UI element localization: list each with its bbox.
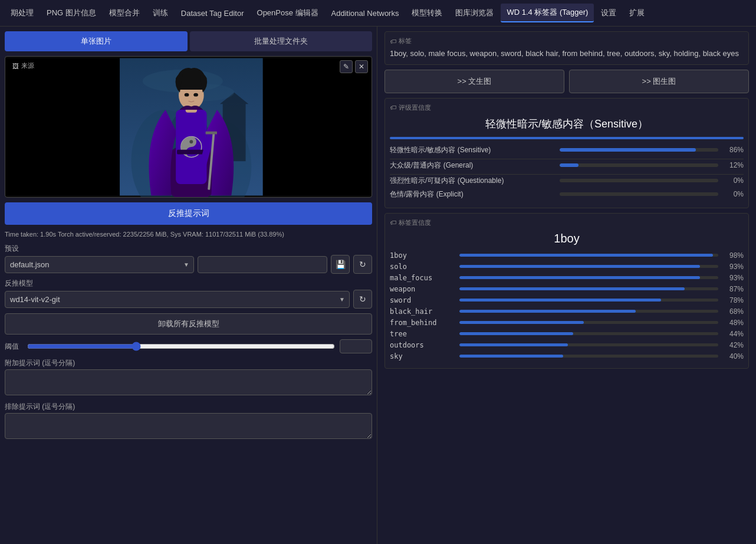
tag-name: 1boy <box>390 251 455 260</box>
preset-label: 预设 <box>5 244 372 254</box>
nav-item-扩展[interactable]: 扩展 <box>623 4 650 22</box>
nav-item-WD_1.4_标签器_(Tagger)[interactable]: WD 1.4 标签器 (Tagger) <box>501 4 594 22</box>
threshold-value-input[interactable]: 0.35 <box>340 339 372 353</box>
image-label: 🖼 来源 <box>9 60 38 71</box>
rating-bar-row: 强烈性暗示/可疑内容 (Questionable)0% <box>390 176 744 186</box>
nav-item-期处理[interactable]: 期处理 <box>5 4 40 22</box>
text-gen-btn[interactable]: >> 文生图 <box>384 70 564 93</box>
tab-row: 单张图片 批量处理文件夹 <box>5 31 372 51</box>
preset-text-input[interactable] <box>198 256 327 273</box>
tag-pct: 42% <box>723 341 744 349</box>
rating-title: 轻微性暗示/敏感内容（Sensitive） <box>390 117 744 131</box>
tag-name: black_hair <box>390 307 455 316</box>
tag-bar-row: black_hair68% <box>390 307 744 316</box>
preset-select[interactable]: default.json <box>5 256 194 273</box>
anime-figure <box>5 57 372 197</box>
tags-conf-header: 🏷 标签置信度 <box>390 218 744 227</box>
rating-top-bar <box>390 137 744 139</box>
tag-pct: 78% <box>723 296 744 304</box>
threshold-section: 阈值 0.35 <box>5 339 372 353</box>
tag-pct: 40% <box>723 352 744 361</box>
tag-bar-row: sky40% <box>390 352 744 361</box>
rating-bar-row: 轻微性暗示/敏感内容 (Sensitive)86% <box>390 145 744 155</box>
threshold-row: 阈值 0.35 <box>5 339 372 353</box>
right-panel: 🏷 标签 1boy, solo, male focus, weapon, swo… <box>377 27 756 544</box>
tag-pct: 93% <box>723 263 744 271</box>
rating-track <box>560 192 718 196</box>
nav-item-训练[interactable]: 训练 <box>147 4 174 22</box>
rating-pct: 0% <box>723 190 744 198</box>
rating-fill <box>560 148 696 152</box>
tag-track <box>459 332 718 335</box>
tag-track <box>459 299 718 302</box>
tab-batch-folder[interactable]: 批量处理文件夹 <box>190 31 373 51</box>
rating-fill <box>560 163 578 167</box>
tag-bar-row: outdoors42% <box>390 341 744 349</box>
tag-name: sky <box>390 352 455 361</box>
tags-text: 1boy, solo, male focus, weapon, sword, b… <box>390 48 744 60</box>
tab-single-image[interactable]: 单张图片 <box>5 31 188 51</box>
tag-track <box>459 276 718 279</box>
image-label-text: 来源 <box>21 61 34 70</box>
tag-bar-row: weapon87% <box>390 285 744 293</box>
svg-rect-1 <box>263 58 372 196</box>
svg-rect-17 <box>177 150 206 155</box>
tag-name: weapon <box>390 285 455 293</box>
svg-point-13 <box>189 140 193 143</box>
tag-fill <box>459 265 700 268</box>
tag-bar-row: solo93% <box>390 263 744 271</box>
tag-track <box>459 254 718 257</box>
nav-item-OpenPose_编辑器[interactable]: OpenPose 编辑器 <box>251 4 324 22</box>
image-container: 🖼 来源 ✎ ✕ <box>5 56 372 198</box>
nav-item-模型合并[interactable]: 模型合并 <box>103 4 146 22</box>
tag-name: outdoors <box>390 341 455 349</box>
tag-bars-container: 1boy98%solo93%male_focus93%weapon87%swor… <box>390 251 744 361</box>
unload-btn[interactable]: 卸载所有反推模型 <box>5 313 372 335</box>
top-nav: 期处理PNG 图片信息模型合并训练Dataset Tag EditorOpenP… <box>0 0 756 27</box>
tag-fill <box>459 332 573 335</box>
additional-prompt-section: 附加提示词 (逗号分隔) <box>5 358 372 397</box>
nav-item-Dataset_Tag_Editor[interactable]: Dataset Tag Editor <box>175 5 250 21</box>
tag-track <box>459 310 718 313</box>
edit-image-btn[interactable]: ✎ <box>340 60 353 73</box>
tag-pct: 44% <box>723 330 744 338</box>
exclude-prompt-textarea[interactable] <box>5 413 372 439</box>
rating-bars-container: 轻微性暗示/敏感内容 (Sensitive)86%大众级/普通内容 (Gener… <box>390 145 744 199</box>
nav-item-模型转换[interactable]: 模型转换 <box>406 4 448 22</box>
model-row: wd14-vit-v2-git ▼ ↻ <box>5 290 372 309</box>
close-image-btn[interactable]: ✕ <box>355 60 368 73</box>
tag-bar-row: tree44% <box>390 330 744 338</box>
image-label-icon: 🖼 <box>12 63 19 70</box>
img-gen-btn[interactable]: >> 图生图 <box>569 70 749 93</box>
rating-track <box>560 179 718 182</box>
refresh-model-btn[interactable]: ↻ <box>353 290 372 309</box>
svg-point-21 <box>185 93 189 97</box>
tag-pct: 68% <box>723 307 744 316</box>
tag-track <box>459 355 718 358</box>
rating-track <box>560 163 718 167</box>
nav-item-设置[interactable]: 设置 <box>595 4 622 22</box>
threshold-slider[interactable] <box>27 342 335 351</box>
rating-pct: 86% <box>723 146 744 154</box>
rating-name: 强烈性暗示/可疑内容 (Questionable) <box>390 176 555 186</box>
refresh-preset-btn[interactable]: ↻ <box>353 255 372 274</box>
reverse-btn[interactable]: 反推提示词 <box>5 202 372 225</box>
tag-conf-title: 1boy <box>390 232 744 245</box>
model-section: 反推模型 wd14-vit-v2-git ▼ ↻ <box>5 278 372 309</box>
tags-section-label: 🏷 标签 <box>390 37 744 45</box>
nav-item-Additional_Networks[interactable]: Additional Networks <box>326 5 405 21</box>
save-preset-btn[interactable]: 💾 <box>331 255 350 274</box>
nav-item-图库浏览器[interactable]: 图库浏览器 <box>449 4 499 22</box>
tags-section: 🏷 标签 1boy, solo, male focus, weapon, swo… <box>384 31 749 65</box>
tags-conf-section: 🏷 标签置信度 1boy 1boy98%solo93%male_focus93%… <box>384 213 749 369</box>
model-select[interactable]: wd14-vit-v2-git <box>5 291 350 308</box>
rating-pct: 0% <box>723 176 744 185</box>
tag-fill <box>459 254 713 257</box>
tag-name: from_behind <box>390 319 455 327</box>
rating-name: 轻微性暗示/敏感内容 (Sensitive) <box>390 145 555 155</box>
additional-prompt-textarea[interactable] <box>5 369 372 395</box>
tag-fill <box>459 276 700 279</box>
tags-label-text: 标签 <box>399 37 412 45</box>
nav-item-PNG_图片信息[interactable]: PNG 图片信息 <box>41 4 102 22</box>
preset-section: 预设 default.json ▼ 💾 ↻ <box>5 244 372 274</box>
